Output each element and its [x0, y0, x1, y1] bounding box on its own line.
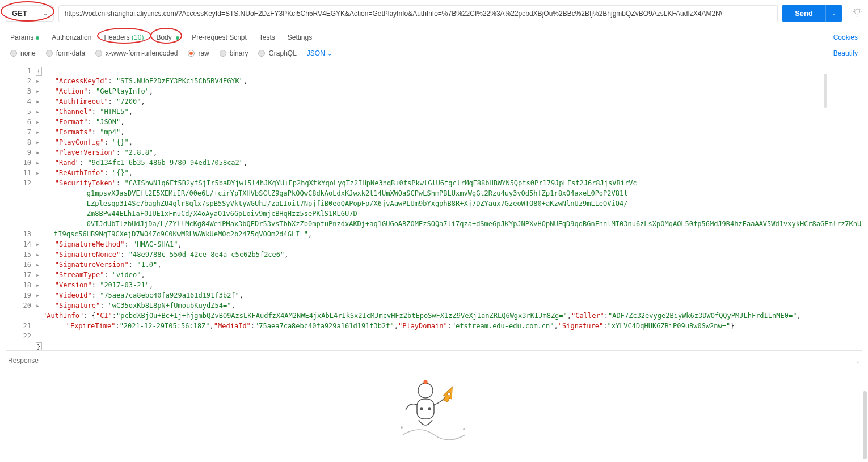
svg-point-7 — [463, 428, 465, 430]
lightbulb-icon[interactable] — [852, 7, 862, 20]
send-button[interactable]: Send — [782, 5, 825, 22]
chevron-down-icon[interactable]: ⌄ — [856, 358, 860, 364]
svg-point-8 — [401, 426, 403, 429]
tab-prerequest[interactable]: Pre-request Script — [192, 29, 247, 46]
cookies-link[interactable]: Cookies — [833, 29, 858, 46]
page-scrollbar[interactable] — [863, 391, 867, 459]
chevron-down-icon: ⌄ — [327, 50, 332, 57]
url-input[interactable] — [58, 5, 778, 22]
svg-point-4 — [420, 408, 423, 410]
body-type-formdata[interactable]: form-data — [46, 49, 85, 57]
beautify-link[interactable]: Beautify — [833, 49, 858, 57]
chevron-down-icon: ⌄ — [43, 10, 48, 16]
tab-headers[interactable]: Headers (10) — [104, 29, 144, 46]
tab-params[interactable]: Params — [10, 29, 39, 46]
response-label: Response — [8, 357, 39, 364]
svg-point-5 — [428, 408, 431, 410]
line-gutter: 12345678910111213141516171819202122 — [6, 63, 36, 350]
body-type-graphql[interactable]: GraphQL — [258, 49, 296, 57]
body-type-urlencoded[interactable]: x-www-form-urlencoded — [95, 49, 178, 57]
svg-point-0 — [855, 9, 860, 14]
raw-format-select[interactable]: JSON⌄ — [307, 49, 332, 57]
tab-authorization[interactable]: Authorization — [52, 29, 91, 46]
body-type-binary[interactable]: binary — [220, 49, 248, 57]
send-dropdown-button[interactable]: ⌄ — [825, 5, 842, 22]
response-empty-illustration — [0, 370, 868, 442]
json-editor[interactable]: 12345678910111213141516171819202122 {▸ "… — [6, 63, 862, 351]
http-method-select[interactable]: GET ⌄ — [6, 5, 54, 22]
http-method-label: GET — [12, 9, 27, 18]
svg-rect-3 — [417, 399, 434, 419]
code-area[interactable]: {▸ "AccessKeyId": "STS.NUoF2DzFY3PKci5Ch… — [36, 63, 862, 350]
svg-point-2 — [424, 380, 427, 384]
tab-body[interactable]: Body — [156, 29, 179, 46]
body-type-none[interactable]: none — [10, 49, 36, 57]
tab-settings[interactable]: Settings — [288, 29, 312, 46]
body-type-raw[interactable]: raw — [188, 49, 209, 57]
svg-point-1 — [418, 383, 433, 398]
editor-scrollbar[interactable] — [824, 74, 827, 108]
tab-tests[interactable]: Tests — [259, 29, 275, 46]
send-button-group: Send ⌄ — [782, 5, 842, 22]
